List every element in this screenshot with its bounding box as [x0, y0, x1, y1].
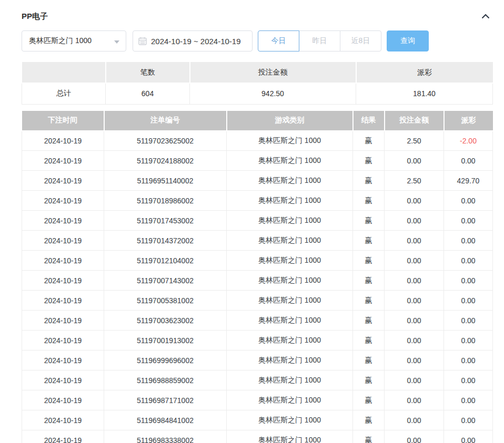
summary-table: 笔数 投注金额 派彩 总计 604 942.50 181.40: [22, 62, 493, 105]
table-row: 2024-10-1951196999696002奥林匹斯之门 1000赢0.00…: [22, 351, 493, 370]
today-button[interactable]: 今日: [258, 30, 299, 51]
bet-table-body: 2024-10-1951197023625002奥林匹斯之门 1000赢2.50…: [22, 131, 493, 443]
cell-bet-amount: 0.00: [385, 410, 444, 430]
cell-bet-amount: 0.00: [385, 331, 444, 351]
bet-table-header-row: 下注时间 注单编号 游戏类别 结果 投注金额 派彩: [22, 111, 493, 131]
cell-order-number: 51196984841002: [104, 410, 227, 430]
table-row: 2024-10-1951197005381002奥林匹斯之门 1000赢0.00…: [22, 291, 493, 311]
cell-result: 赢: [353, 390, 385, 410]
summary-header-row: 笔数 投注金额 派彩: [22, 62, 493, 83]
cell-bet-amount: 0.00: [385, 271, 444, 291]
cell-bet-amount: 0.00: [385, 370, 444, 390]
cell-payout: 0.00: [444, 231, 493, 251]
cell-payout: 0.00: [444, 430, 493, 443]
yesterday-button[interactable]: 昨日: [299, 30, 340, 51]
table-row: 2024-10-1951197001913002奥林匹斯之门 1000赢0.00…: [22, 331, 493, 351]
col-result: 结果: [353, 111, 385, 131]
query-button[interactable]: 查询: [387, 30, 429, 51]
cell-payout: 0.00: [444, 271, 493, 291]
cell-game-category: 奥林匹斯之门 1000: [227, 191, 353, 211]
summary-total-payout: 181.40: [356, 83, 493, 104]
cell-bet-time: 2024-10-19: [22, 211, 104, 231]
panel-header: PP电子: [22, 7, 493, 25]
cell-result: 赢: [353, 370, 385, 390]
col-payout: 派彩: [444, 111, 493, 131]
cell-order-number: 51196988859002: [104, 370, 227, 390]
table-row: 2024-10-1951197003623002奥林匹斯之门 1000赢0.00…: [22, 311, 493, 331]
cell-payout: 0.00: [444, 291, 493, 311]
cell-game-category: 奥林匹斯之门 1000: [227, 410, 353, 430]
cell-bet-time: 2024-10-19: [22, 410, 104, 430]
cell-bet-amount: 0.00: [385, 251, 444, 271]
col-game-category: 游戏类别: [227, 111, 353, 131]
page-title: PP电子: [22, 12, 48, 22]
cell-bet-amount: 0.00: [385, 291, 444, 311]
cell-game-category: 奥林匹斯之门 1000: [227, 231, 353, 251]
cell-game-category: 奥林匹斯之门 1000: [227, 271, 353, 291]
summary-total-count: 604: [106, 83, 190, 104]
cell-game-category: 奥林匹斯之门 1000: [227, 211, 353, 231]
table-row: 2024-10-1951197023625002奥林匹斯之门 1000赢2.50…: [22, 131, 493, 151]
table-row: 2024-10-1951196987171002奥林匹斯之门 1000赢0.00…: [22, 390, 493, 410]
cell-result: 赢: [353, 311, 385, 331]
cell-order-number: 51197007143002: [104, 271, 227, 291]
table-row: 2024-10-1951197018986002奥林匹斯之门 1000赢0.00…: [22, 191, 493, 211]
date-range-value: 2024-10-19 ~ 2024-10-19: [151, 37, 241, 46]
chevron-up-icon: [481, 13, 490, 20]
cell-result: 赢: [353, 231, 385, 251]
cell-bet-time: 2024-10-19: [22, 171, 104, 191]
cell-order-number: 51197017453002: [104, 211, 227, 231]
last-8-days-button[interactable]: 近8日: [340, 30, 381, 51]
game-select-value: 奥林匹斯之门 1000: [29, 36, 92, 46]
cell-game-category: 奥林匹斯之门 1000: [227, 331, 353, 351]
collapse-panel-button[interactable]: [478, 12, 493, 21]
table-row: 2024-10-1951196984841002奥林匹斯之门 1000赢0.00…: [22, 410, 493, 430]
cell-bet-time: 2024-10-19: [22, 351, 104, 370]
col-bet-time: 下注时间: [22, 111, 104, 131]
cell-order-number: 51197003623002: [104, 311, 227, 331]
cell-game-category: 奥林匹斯之门 1000: [227, 370, 353, 390]
cell-order-number: 51196999696002: [104, 351, 227, 370]
cell-order-number: 51197014372002: [104, 231, 227, 251]
cell-payout: 0.00: [444, 311, 493, 331]
cell-payout: 0.00: [444, 151, 493, 171]
cell-payout: 0.00: [444, 410, 493, 430]
table-row: 2024-10-1951197017453002奥林匹斯之门 1000赢0.00…: [22, 211, 493, 231]
cell-order-number: 51197005381002: [104, 291, 227, 311]
col-order-number: 注单编号: [104, 111, 227, 131]
cell-bet-amount: 0.00: [385, 351, 444, 370]
cell-bet-time: 2024-10-19: [22, 231, 104, 251]
game-select[interactable]: 奥林匹斯之门 1000: [22, 30, 126, 51]
summary-col-count: 笔数: [106, 62, 190, 83]
cell-order-number: 51197023625002: [104, 131, 227, 151]
cell-bet-amount: 0.00: [385, 151, 444, 171]
date-range-picker[interactable]: 2024-10-19 ~ 2024-10-19: [133, 30, 253, 51]
cell-result: 赢: [353, 430, 385, 443]
cell-payout: 0.00: [444, 191, 493, 211]
cell-result: 赢: [353, 131, 385, 151]
cell-bet-amount: 0.00: [385, 390, 444, 410]
cell-payout: 0.00: [444, 211, 493, 231]
cell-bet-amount: 2.50: [385, 131, 444, 151]
cell-order-number: 51197001913002: [104, 331, 227, 351]
cell-bet-time: 2024-10-19: [22, 131, 104, 151]
table-row: 2024-10-1951196988859002奥林匹斯之门 1000赢0.00…: [22, 370, 493, 390]
cell-result: 赢: [353, 291, 385, 311]
cell-bet-amount: 0.00: [385, 211, 444, 231]
quick-date-button-group: 今日 昨日 近8日: [258, 30, 381, 51]
cell-payout: 429.70: [444, 171, 493, 191]
filter-bar: 奥林匹斯之门 1000 2024-10-19 ~ 2024-10-19 今日 昨…: [22, 30, 493, 51]
cell-bet-amount: 0.00: [385, 311, 444, 331]
chevron-down-icon: [114, 40, 119, 44]
cell-game-category: 奥林匹斯之门 1000: [227, 311, 353, 331]
cell-bet-amount: 0.00: [385, 430, 444, 443]
cell-bet-time: 2024-10-19: [22, 271, 104, 291]
summary-total-bet-amount: 942.50: [190, 83, 356, 104]
cell-game-category: 奥林匹斯之门 1000: [227, 171, 353, 191]
cell-game-category: 奥林匹斯之门 1000: [227, 131, 353, 151]
cell-bet-time: 2024-10-19: [22, 291, 104, 311]
cell-result: 赢: [353, 211, 385, 231]
cell-payout: 0.00: [444, 251, 493, 271]
cell-game-category: 奥林匹斯之门 1000: [227, 251, 353, 271]
summary-total-row: 总计 604 942.50 181.40: [22, 83, 493, 104]
